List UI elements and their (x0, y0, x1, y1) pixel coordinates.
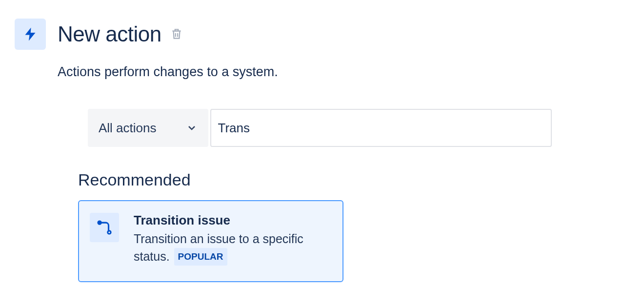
card-description: Transition an issue to a specific status… (134, 230, 332, 266)
chevron-down-icon (186, 122, 198, 134)
card-icon-box (90, 213, 119, 242)
bolt-icon (21, 25, 39, 43)
delete-button[interactable] (170, 28, 183, 41)
search-input[interactable] (210, 109, 552, 147)
dropdown-label: All actions (99, 121, 157, 136)
action-category-dropdown[interactable]: All actions (88, 109, 208, 147)
card-title: Transition issue (134, 213, 332, 228)
action-header-icon (15, 19, 46, 50)
recommended-section-title: Recommended (78, 170, 629, 189)
trash-icon (170, 28, 183, 41)
popular-badge: POPULAR (174, 248, 227, 266)
action-card-transition-issue[interactable]: Transition issue Transition an issue to … (78, 200, 343, 282)
page-title: New action (58, 22, 161, 46)
page-description: Actions perform changes to a system. (58, 64, 629, 80)
transition-icon (96, 219, 113, 236)
